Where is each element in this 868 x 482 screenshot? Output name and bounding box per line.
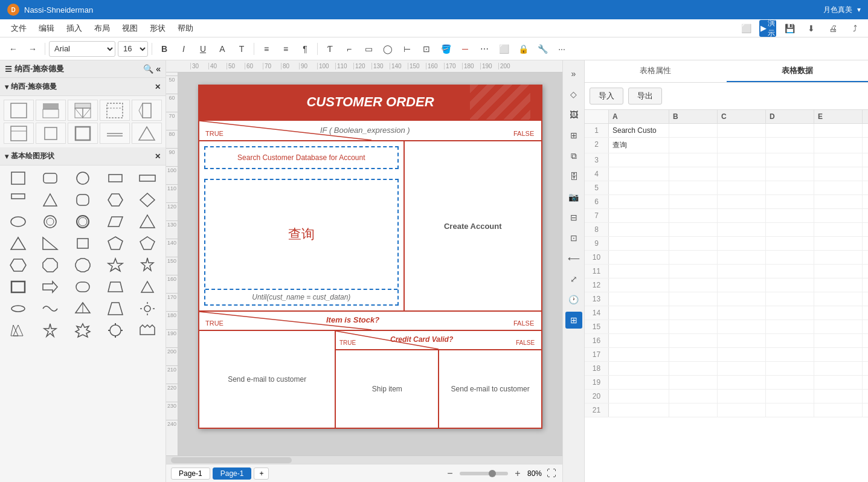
cell-c[interactable] — [718, 306, 766, 320]
tab-table-data[interactable]: 表格数据 — [727, 60, 869, 82]
shape-star5[interactable] — [132, 255, 163, 275]
table-row[interactable]: 12 — [585, 278, 868, 292]
table-row[interactable]: 11 — [585, 265, 868, 278]
ns-shape-6[interactable] — [4, 123, 34, 144]
cell-a[interactable] — [609, 348, 669, 361]
cell-d[interactable] — [766, 223, 814, 236]
cell-e[interactable] — [814, 181, 863, 194]
cell-b[interactable] — [669, 348, 718, 361]
cell-d[interactable] — [766, 348, 814, 361]
icon-grid[interactable]: ⊞ — [565, 127, 582, 144]
shape-double-ring[interactable] — [67, 211, 98, 232]
menu-edit[interactable]: 编辑 — [33, 19, 60, 37]
circle-button[interactable]: ◯ — [379, 40, 396, 57]
cell-a[interactable] — [609, 292, 669, 306]
cell-c[interactable] — [718, 124, 766, 137]
sidebar-search-icon[interactable]: 🔍 — [143, 64, 153, 74]
shape-hexagon[interactable] — [100, 190, 131, 210]
text-button[interactable]: T — [233, 40, 250, 57]
table-row[interactable]: 4 — [585, 167, 868, 181]
icon-arrow[interactable]: ⟵ — [565, 250, 582, 267]
ns-shape-3[interactable] — [68, 100, 98, 121]
cell-e[interactable] — [814, 348, 863, 361]
table-row[interactable]: 16 — [585, 334, 868, 348]
cell-d[interactable] — [766, 390, 814, 403]
table-row[interactable]: 1 Search Custo — [585, 124, 868, 138]
table-row[interactable]: 14 — [585, 306, 868, 320]
align-left-button[interactable]: ≡ — [258, 40, 275, 57]
menu-view[interactable]: 视图 — [116, 19, 144, 37]
cell-d[interactable] — [766, 265, 814, 278]
font-size-select[interactable]: 16 — [118, 41, 148, 57]
cell-e[interactable] — [814, 390, 863, 403]
zoom-out-button[interactable]: − — [444, 468, 456, 480]
cell-d[interactable] — [766, 209, 814, 222]
cell-d[interactable] — [766, 153, 814, 167]
shape-arrow[interactable] — [35, 277, 66, 297]
shape-pentagon2[interactable] — [132, 233, 163, 254]
cell-c[interactable] — [718, 403, 766, 417]
cell-d[interactable] — [766, 362, 814, 375]
canvas[interactable]: CUSTOMER ORDER TRUE FALSE IF ( Boolean_e… — [178, 72, 562, 455]
save-icon[interactable]: 💾 — [781, 20, 798, 37]
hscroll-thumb[interactable] — [171, 457, 292, 463]
cell-b[interactable] — [669, 138, 718, 153]
cell-e[interactable] — [814, 153, 863, 167]
cell-b[interactable] — [669, 124, 718, 137]
cell-d[interactable] — [766, 251, 814, 264]
menu-help[interactable]: 帮助 — [172, 19, 199, 37]
table-row[interactable]: 7 — [585, 209, 868, 223]
cell-c[interactable] — [718, 167, 766, 181]
cell-e[interactable] — [814, 320, 863, 333]
icon-table-active[interactable]: ⊞ — [565, 312, 582, 329]
cell-b[interactable] — [669, 403, 718, 417]
shape-circle[interactable] — [67, 168, 98, 188]
cell-c[interactable] — [718, 390, 766, 403]
export-button[interactable]: 导出 — [628, 88, 662, 104]
table-row[interactable]: 2 查询 — [585, 138, 868, 153]
cell-c[interactable] — [718, 278, 766, 292]
shape-right-triangle[interactable] — [132, 211, 163, 232]
table-row[interactable]: 6 — [585, 195, 868, 209]
line-style-button[interactable]: ⋯ — [476, 40, 493, 57]
cell-c[interactable] — [718, 138, 766, 153]
icon-shapes[interactable]: ◇ — [565, 86, 582, 103]
shape-sun[interactable] — [132, 298, 163, 319]
fill-button[interactable]: 🪣 — [437, 40, 454, 57]
cell-e[interactable] — [814, 209, 863, 222]
cell-c[interactable] — [718, 237, 766, 250]
cell-b[interactable] — [669, 376, 718, 389]
add-page-button[interactable]: + — [254, 468, 269, 480]
cell-d[interactable] — [766, 237, 814, 250]
icon-connection[interactable]: ⊟ — [565, 209, 582, 226]
table-row[interactable]: 8 — [585, 223, 868, 237]
cell-b[interactable] — [669, 390, 718, 403]
cell-c[interactable] — [718, 251, 766, 264]
icon-photo[interactable]: 📷 — [565, 188, 582, 205]
cell-a[interactable] — [609, 195, 669, 208]
shape-wave[interactable] — [35, 298, 66, 319]
cell-b[interactable] — [669, 265, 718, 278]
cell-a[interactable] — [609, 209, 669, 222]
ns-shape-9[interactable] — [100, 123, 130, 144]
table-row[interactable]: 5 — [585, 181, 868, 195]
cell-d[interactable] — [766, 124, 814, 137]
shape-square[interactable] — [2, 168, 34, 188]
italic-button[interactable]: I — [175, 40, 192, 57]
shape-rt-triangle2[interactable] — [35, 233, 66, 254]
menu-layout[interactable]: 布局 — [88, 19, 116, 37]
cell-a[interactable] — [609, 251, 669, 264]
ns-shape-2[interactable] — [36, 100, 66, 121]
cell-a[interactable] — [609, 153, 669, 167]
cell-d[interactable] — [766, 195, 814, 208]
shape-star6[interactable] — [67, 320, 98, 341]
cell-c[interactable] — [718, 292, 766, 306]
icon-database[interactable]: 🗄 — [565, 168, 582, 185]
cell-b[interactable] — [669, 320, 718, 333]
shape-double-circle[interactable] — [35, 211, 66, 232]
icon-expand2[interactable]: ⤢ — [565, 271, 582, 288]
shape-diamond[interactable] — [132, 190, 163, 210]
cell-d[interactable] — [766, 334, 814, 347]
group-button[interactable]: ⊡ — [418, 40, 435, 57]
zoom-in-button[interactable]: + — [512, 468, 524, 480]
